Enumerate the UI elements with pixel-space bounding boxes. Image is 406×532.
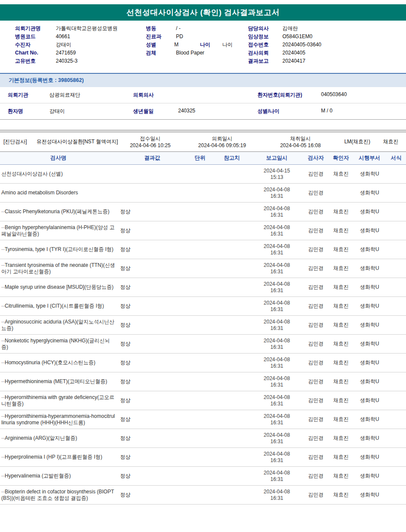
test-name-cell: ··Citrullinemia, type I (CIT)(시트룰린혈증 I형) xyxy=(0,301,117,311)
report-datetime-cell: 2024-04-08 16:31 xyxy=(251,413,303,426)
result-value-cell: 정상 xyxy=(117,397,188,404)
report-datetime-cell: 2024-04-08 16:31 xyxy=(251,451,303,464)
receipt-datetime-label: 접수일시 xyxy=(118,135,182,142)
result-value-cell: 정상 xyxy=(117,435,188,442)
header-field-label: 임상정보 xyxy=(248,33,282,41)
department-cell: 생화학U xyxy=(353,472,386,480)
result-row: ··Hyperornithinemia with gyrate deficien… xyxy=(0,391,406,410)
header-field-value: 김애란 xyxy=(282,24,298,33)
result-value-cell: 정상 xyxy=(117,302,188,310)
tester-cell: 김민경 xyxy=(303,435,329,442)
collection-datetime-value: 2024-04-05 16:08 xyxy=(262,142,339,149)
col-header-form: 서식 xyxy=(386,154,406,162)
result-value-cell: 정상 xyxy=(117,265,188,272)
report-title: 선천성대사이상검사 (확인) 검사결과보고서 xyxy=(127,7,280,18)
test-name-cell: ··Biopterin defect in cofactor biosynthe… xyxy=(0,487,117,503)
header-field-label: 고유번호 xyxy=(15,57,56,65)
report-datetime-cell: 2024-04-08 16:31 xyxy=(251,300,303,313)
report-time: 16:31 xyxy=(251,438,303,445)
field-label-birthdate: 생년월일 xyxy=(124,103,170,119)
result-row: ··Hypermethioninemia (MET)(고메티오닌혈증) 정상 2… xyxy=(0,372,406,391)
header-field-label: 병원코드 xyxy=(15,33,56,41)
report-title-bar: 선천성대사이상검사 (확인) 검사결과보고서 xyxy=(0,4,406,21)
confirmer-cell: 채효진 xyxy=(329,491,353,499)
confirmer-cell: 채효진 xyxy=(329,472,353,480)
patient-info-table: 의뢰기관 삼광의료재단 의뢰의사 환자번호(의뢰기관) 040503640 환자… xyxy=(0,87,406,120)
field-label-referring-org: 의뢰기관 xyxy=(0,87,41,103)
report-time: 16:31 xyxy=(251,193,303,200)
basic-info-section-header: 기본정보(등록번호 : 39805862) xyxy=(0,73,406,87)
tester-cell: 김민경 xyxy=(303,302,329,310)
header-field-row: 결과보고 20240417 xyxy=(248,57,406,65)
report-date: 2024-04-08 xyxy=(251,243,303,250)
department-cell: 생화학U xyxy=(353,416,386,423)
tester-cell: 김민경 xyxy=(303,265,329,272)
tester-cell: 김민경 xyxy=(303,321,329,329)
department-cell: 생화학U xyxy=(353,397,386,404)
department-cell: 생화학U xyxy=(353,170,386,178)
header-field-row: 성별 M 나이 나이 xyxy=(146,41,248,49)
result-value-cell: 정상 xyxy=(117,416,188,423)
result-value-cell: 정상 xyxy=(117,359,188,366)
test-name-cell: ··Tyrosinemia, type I (TYR I)(고타이로신혈증 I형… xyxy=(0,245,117,254)
test-name-cell: 선천성대사이상검사 (선별) xyxy=(0,169,117,179)
report-date: 2024-04-08 xyxy=(251,470,303,476)
result-row: ··Biopterin defect in cofactor biosynthe… xyxy=(0,486,406,505)
report-date: 2024-04-15 xyxy=(251,168,303,174)
tester-cell: 김민경 xyxy=(303,416,329,423)
test-name-cell: ··Argininemia (ARG)(알지닌혈증) xyxy=(0,433,117,443)
result-row: ··Maple syrup urine disease [MSUD](단풍당뇨증… xyxy=(0,278,406,297)
report-time: 16:31 xyxy=(251,420,303,426)
request-datetime-value: 2024-04-06 09:05:19 xyxy=(182,142,262,149)
report-datetime-cell: 2024-04-08 16:31 xyxy=(251,394,303,407)
field-value-patient-number: 040503640 xyxy=(312,87,406,103)
report-date: 2024-04-08 xyxy=(251,281,303,287)
report-date: 2024-04-08 xyxy=(251,262,303,269)
result-value-cell: 정상 xyxy=(117,340,188,348)
result-row: ··Argininosuccinic aciduria (ASA)(알지노석시닌… xyxy=(0,316,406,335)
report-date: 2024-04-08 xyxy=(251,300,303,306)
report-time: 16:31 xyxy=(251,495,303,502)
result-value-cell: 정상 xyxy=(117,321,188,329)
tester-cell: 김민경 xyxy=(303,472,329,480)
col-header-reference: 참고치 xyxy=(212,154,251,162)
field-value-referring-doctor xyxy=(170,87,249,103)
report-time: 16:31 xyxy=(251,306,303,313)
col-header-confirmer: 확인자 xyxy=(329,154,353,162)
department-cell: 생화학U xyxy=(353,491,386,499)
collection-nurse: 채효진 xyxy=(376,138,406,145)
report-datetime-cell: 2024-04-08 16:31 xyxy=(251,375,303,388)
confirmer-cell: 채효진 xyxy=(329,265,353,272)
report-datetime-cell: 2024-04-08 16:31 xyxy=(251,470,303,483)
confirmer-cell: 채효진 xyxy=(329,416,353,423)
result-row: ··Citrullinemia, type I (CIT)(시트룰린혈증 I형)… xyxy=(0,297,406,316)
tester-cell: 김민경 xyxy=(303,491,329,499)
test-name-cell: ··Hypervalinemia (고발린혈증) xyxy=(0,471,117,481)
header-field-value: 2471659 xyxy=(56,49,76,57)
header-field-value: 20240417 xyxy=(282,57,305,65)
header-field-label: 검사의뢰 xyxy=(248,49,282,57)
report-time: 16:31 xyxy=(251,287,303,294)
tester-cell: 김민경 xyxy=(303,170,329,178)
col-header-department: 시행부서 xyxy=(353,154,386,162)
department-cell: 생화학U xyxy=(353,302,386,310)
confirmer-cell: 채효진 xyxy=(329,321,353,329)
basic-info-title: 기본정보(등록번호 : 39805862) xyxy=(9,77,84,83)
report-time: 15:13 xyxy=(251,174,303,181)
report-date: 2024-04-08 xyxy=(251,187,303,193)
confirmer-cell: 채효진 xyxy=(329,340,353,348)
tester-cell: 김민경 xyxy=(303,208,329,215)
report-datetime-cell: 2024-04-08 16:31 xyxy=(251,224,303,237)
result-value-cell: 정상 xyxy=(117,208,188,215)
header-col-right: 담당의사 김애란 임상정보 O584G1EM0 접수번호 20240405-03… xyxy=(248,24,406,65)
tester-cell: 김민경 xyxy=(303,227,329,234)
department-cell: 생화학U xyxy=(353,340,386,348)
report-time: 16:31 xyxy=(251,250,303,256)
tester-cell: 김민경 xyxy=(303,246,329,253)
result-value-cell: 정상 xyxy=(117,491,188,499)
request-datetime-label: 의뢰일시 xyxy=(182,135,262,142)
field-value-patient-name: 강태이 xyxy=(41,103,124,119)
report-time: 16:31 xyxy=(251,344,303,351)
header-field-value: / - xyxy=(176,24,202,33)
receipt-datetime-value: 2024-04-06 10:25 xyxy=(118,142,182,149)
